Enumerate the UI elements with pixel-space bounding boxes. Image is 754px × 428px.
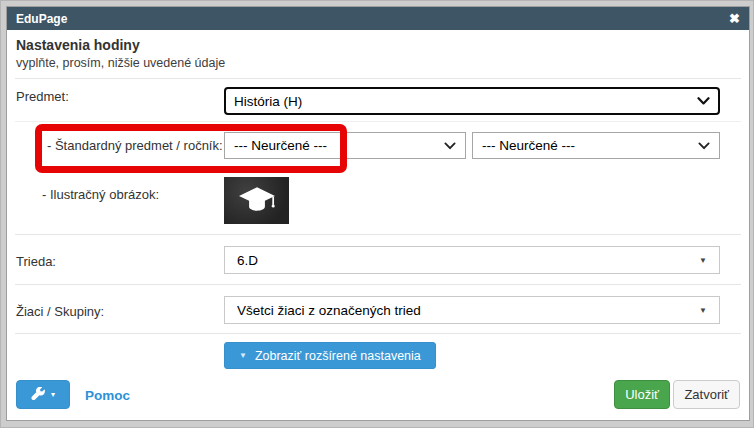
standard-subject-select[interactable]: --- Neurčené --- [224, 132, 466, 159]
chevron-down-icon [697, 97, 710, 105]
screen-background: EduPage ✖ Nastavenia hodiny vyplňte, pro… [0, 0, 754, 428]
students-label: Žiaci / Skupiny: [16, 304, 104, 319]
divider [15, 234, 741, 235]
triangle-down-icon: ▼ [699, 256, 707, 265]
students-select[interactable]: Všetci žiaci z označených tried ▼ [224, 296, 720, 324]
divider [15, 284, 741, 285]
chevron-down-icon [698, 142, 710, 150]
save-button[interactable]: Uložiť [614, 380, 670, 409]
class-select[interactable]: 6.D ▼ [224, 246, 720, 274]
show-advanced-settings-button[interactable]: ▼ Zobraziť rozšírené nastavenia [224, 342, 436, 369]
divider [15, 121, 741, 122]
dialog-title: EduPage [16, 12, 729, 26]
standard-subject-select-value: --- Neurčené --- [234, 138, 444, 153]
standard-subject-label: - Štandardný predmet / ročník: [47, 138, 223, 153]
help-link[interactable]: Pomoc [85, 388, 130, 403]
show-advanced-settings-label: Zobraziť rozšírené nastavenia [255, 349, 421, 363]
page-subtitle: vyplňte, prosím, nižšie uvedené údaje [16, 56, 225, 70]
close-button[interactable]: Zatvoriť [673, 380, 740, 409]
graduation-cap-icon [234, 183, 280, 219]
page-title: Nastavenia hodiny [16, 37, 140, 53]
subject-select[interactable]: História (H) [224, 87, 720, 115]
triangle-down-icon: ▼ [699, 306, 707, 315]
subject-select-value: História (H) [234, 94, 697, 109]
subject-label: Predmet: [16, 89, 69, 104]
close-icon[interactable]: ✖ [729, 12, 740, 25]
dialog-titlebar: EduPage ✖ [7, 7, 749, 30]
illustration-label: - Ilustračný obrázok: [42, 187, 159, 202]
standard-grade-select[interactable]: --- Neurčené --- [472, 132, 720, 159]
caret-down-icon: ▾ [51, 390, 55, 399]
wrench-icon [31, 387, 46, 402]
illustration-preview-image [224, 177, 289, 224]
divider [15, 78, 741, 79]
class-select-value: 6.D [237, 253, 699, 268]
class-label: Trieda: [16, 254, 56, 269]
standard-grade-select-value: --- Neurčené --- [482, 138, 698, 153]
tools-menu-button[interactable]: ▾ [16, 380, 70, 409]
caret-down-icon: ▼ [239, 351, 247, 360]
divider [15, 333, 741, 334]
students-select-value: Všetci žiaci z označených tried [237, 303, 699, 318]
edupage-dialog: EduPage ✖ Nastavenia hodiny vyplňte, pro… [6, 6, 750, 421]
chevron-down-icon [444, 142, 456, 150]
